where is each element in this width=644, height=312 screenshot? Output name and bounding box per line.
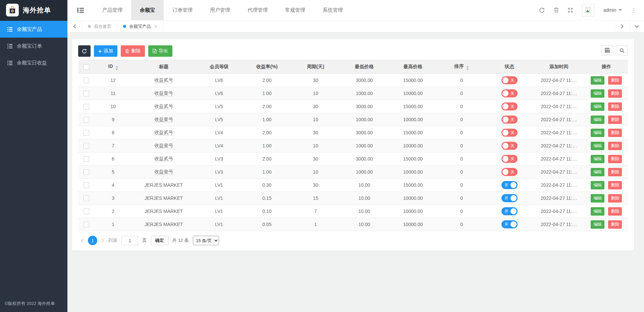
row-checkbox[interactable] [84, 78, 89, 83]
row-checkbox[interactable] [84, 222, 89, 227]
status-toggle[interactable]: 开 [501, 207, 518, 215]
avatar[interactable] [582, 4, 594, 16]
add-button[interactable]: + 添加 [94, 45, 117, 57]
top-nav-item[interactable]: 订单管理 [164, 0, 201, 20]
delete-row-button[interactable]: 删除 [608, 194, 622, 203]
export-button[interactable]: 导出 [148, 45, 172, 57]
row-checkbox[interactable] [84, 195, 89, 201]
status-toggle[interactable]: 关 [501, 76, 518, 84]
row-checkbox[interactable] [84, 182, 89, 188]
cell-added-time: 2022-04-27 11:… [533, 205, 585, 218]
edit-row-button[interactable]: 编辑 [591, 76, 604, 85]
collapse-sidebar-button[interactable] [67, 8, 94, 13]
sort-icon[interactable] [466, 66, 469, 70]
row-checkbox[interactable] [84, 91, 89, 96]
status-toggle[interactable]: 关 [501, 168, 518, 176]
column-operations: 操作 [585, 60, 628, 74]
top-nav-item[interactable]: 余额宝 [131, 0, 164, 20]
search-toggle-button[interactable] [616, 45, 628, 55]
user-menu[interactable]: admin [603, 7, 622, 13]
toggle-label: 关 [508, 156, 517, 162]
toggle-knob [502, 90, 508, 96]
delete-button[interactable]: 删除 [121, 45, 145, 57]
row-checkbox[interactable] [84, 104, 89, 109]
delete-row-button[interactable]: 删除 [608, 76, 622, 85]
cell-title: 收益贰号 [154, 77, 173, 83]
status-toggle[interactable]: 开 [501, 194, 518, 202]
row-checkbox[interactable] [84, 143, 89, 149]
edit-row-button[interactable]: 编辑 [591, 102, 604, 111]
sort-icon[interactable] [115, 66, 118, 70]
delete-row-button[interactable]: 删除 [608, 207, 622, 216]
column-sort[interactable]: 排序 [437, 60, 486, 74]
cell-rate: 2.00 [243, 100, 291, 113]
row-checkbox[interactable] [84, 117, 89, 123]
status-toggle[interactable]: 关 [501, 155, 518, 163]
edit-row-button[interactable]: 编辑 [591, 142, 604, 150]
page-number-button[interactable]: 1 [88, 236, 97, 245]
delete-row-button[interactable]: 删除 [608, 168, 622, 176]
row-checkbox[interactable] [84, 156, 89, 162]
status-toggle[interactable]: 关 [501, 102, 518, 110]
cell-min-price: 1000.00 [340, 166, 388, 179]
refresh-table-button[interactable] [78, 45, 91, 57]
tab-bar: 后台首页 × 余额宝产品 × [67, 20, 644, 33]
column-added-time: 添加时间 [533, 60, 585, 74]
delete-row-button[interactable]: 删除 [608, 102, 622, 111]
confirm-page-button[interactable]: 确定 [151, 236, 168, 245]
delete-row-button[interactable]: 删除 [608, 89, 622, 98]
sidebar-item[interactable]: 余额宝日收益 [0, 54, 67, 71]
delete-row-button[interactable]: 删除 [608, 181, 622, 189]
delete-row-button[interactable]: 删除 [608, 116, 622, 124]
cell-rate: 2.00 [243, 126, 291, 139]
edit-row-button[interactable]: 编辑 [591, 168, 604, 176]
top-nav-item[interactable]: 常规管理 [276, 0, 314, 20]
select-all-checkbox[interactable] [84, 64, 89, 70]
tabs-menu-button[interactable] [629, 20, 644, 32]
delete-row-button[interactable]: 删除 [608, 155, 622, 163]
status-toggle[interactable]: 关 [501, 129, 518, 137]
delete-row-button[interactable]: 删除 [608, 142, 622, 150]
tabs-scroll-right-button[interactable] [614, 20, 629, 32]
row-checkbox[interactable] [84, 209, 89, 214]
column-id[interactable]: ID [94, 60, 132, 74]
tab[interactable]: 后台首页 × [82, 20, 117, 32]
prev-page-button[interactable] [81, 238, 84, 243]
edit-row-button[interactable]: 编辑 [591, 155, 604, 163]
next-page-button[interactable] [101, 238, 104, 243]
sidebar-item[interactable]: 余额宝订单 [0, 38, 67, 54]
tab[interactable]: 余额宝产品 × [117, 20, 163, 32]
more-menu-icon[interactable]: ⋮ [631, 7, 637, 14]
edit-row-button[interactable]: 编辑 [591, 207, 604, 216]
delete-row-button[interactable]: 删除 [608, 129, 622, 137]
page-size-select[interactable]: 15 条/页 [193, 236, 219, 245]
tab-close-icon[interactable]: × [154, 24, 157, 29]
status-toggle[interactable]: 关 [501, 89, 518, 97]
goto-page-input[interactable] [121, 236, 138, 245]
toggle-knob [511, 182, 517, 188]
toggle-knob [502, 103, 508, 109]
edit-row-button[interactable]: 编辑 [591, 181, 604, 189]
status-toggle[interactable]: 开 [501, 220, 518, 228]
top-nav-item[interactable]: 用户管理 [201, 0, 239, 20]
edit-row-button[interactable]: 编辑 [591, 116, 604, 124]
edit-row-button[interactable]: 编辑 [591, 220, 604, 229]
edit-row-button[interactable]: 编辑 [591, 89, 604, 98]
fullscreen-icon[interactable] [568, 8, 573, 13]
trash-icon[interactable] [554, 7, 559, 13]
status-toggle[interactable]: 开 [501, 181, 518, 189]
top-nav-item[interactable]: 系统管理 [314, 0, 352, 20]
status-toggle[interactable]: 关 [501, 142, 518, 150]
sidebar-item[interactable]: 余额宝产品 [0, 21, 67, 38]
columns-toggle-button[interactable] [601, 45, 613, 55]
row-checkbox[interactable] [84, 130, 89, 136]
top-nav-item[interactable]: 产品管理 [94, 0, 131, 20]
refresh-icon[interactable] [539, 7, 545, 13]
tabs-scroll-left-button[interactable] [67, 20, 82, 32]
status-toggle[interactable]: 关 [501, 116, 518, 124]
edit-row-button[interactable]: 编辑 [591, 194, 604, 203]
row-checkbox[interactable] [84, 169, 89, 175]
delete-row-button[interactable]: 删除 [608, 220, 622, 229]
edit-row-button[interactable]: 编辑 [591, 129, 604, 137]
top-nav-item[interactable]: 代理管理 [239, 0, 276, 20]
